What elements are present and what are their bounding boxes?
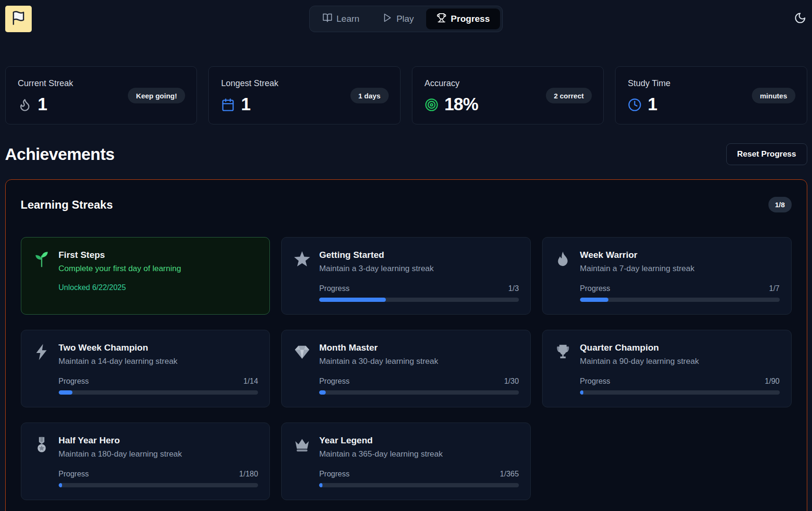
app-logo[interactable] — [5, 6, 32, 32]
achievement-description: Maintain a 3-day learning streak — [319, 264, 519, 273]
achievement-description: Maintain a 30-day learning streak — [319, 357, 519, 366]
achievement-card: Half Year Hero Maintain a 180-day learni… — [21, 423, 270, 500]
stat-card: Accuracy 18% 2 correct — [412, 66, 604, 124]
achievement-description: Maintain a 365-day learning streak — [319, 449, 519, 459]
progress-fraction: 1/14 — [243, 377, 258, 386]
star-icon — [293, 250, 311, 268]
achievement-description: Maintain a 90-day learning streak — [580, 357, 780, 366]
progress-label: Progress — [59, 470, 89, 478]
stat-card: Study Time 1 minutes — [615, 66, 807, 124]
section-count-badge: 1/8 — [768, 197, 792, 212]
progress-fraction: 1/7 — [769, 284, 779, 293]
stat-label: Study Time — [628, 79, 794, 88]
stats-row: Current Streak 1 Keep going! Longest Str… — [5, 66, 807, 124]
achievement-card: Quarter Champion Maintain a 90-day learn… — [542, 330, 792, 407]
stat-value: 1 — [241, 95, 250, 115]
stat-badge: 2 correct — [546, 88, 592, 103]
flame-outline-icon — [18, 98, 32, 112]
crown-icon — [293, 436, 311, 454]
stat-label: Longest Streak — [221, 79, 388, 88]
progress-bar-fill — [59, 483, 62, 487]
section-title: Learning Streaks — [21, 198, 113, 211]
tab-label: Progress — [451, 14, 490, 24]
achievement-title: Two Week Champion — [59, 343, 259, 353]
achievement-title: Month Master — [319, 343, 519, 353]
trophy-icon — [437, 13, 446, 25]
stat-badge: minutes — [752, 88, 795, 103]
seedling-icon — [33, 250, 51, 268]
progress-label: Progress — [319, 470, 349, 478]
progress-label: Progress — [319, 284, 349, 293]
progress-bar — [580, 298, 780, 302]
progress-bar-fill — [580, 390, 583, 395]
clock-icon — [628, 98, 642, 112]
progress-bar-fill — [580, 298, 608, 302]
tab-label: Play — [396, 14, 414, 24]
achievement-card: Two Week Champion Maintain a 14-day lear… — [21, 330, 270, 407]
achievement-title: Week Warrior — [580, 250, 780, 260]
achievements-header: Achievements Reset Progress — [5, 143, 807, 165]
page-title: Achievements — [5, 145, 115, 164]
achievement-description: Maintain a 180-day learning streak — [59, 449, 259, 459]
tab-label: Learn — [337, 14, 360, 24]
achievement-title: Getting Started — [319, 250, 519, 260]
achievement-title: Half Year Hero — [59, 435, 259, 446]
progress-bar — [319, 390, 519, 395]
achievement-card: Getting Started Maintain a 3-day learnin… — [281, 237, 531, 315]
flag-icon — [11, 10, 26, 27]
tab-progress[interactable]: Progress — [426, 9, 500, 29]
stat-value: 18% — [445, 95, 478, 115]
progress-fraction: 1/3 — [509, 284, 519, 293]
stat-value: 1 — [38, 95, 47, 115]
progress-label: Progress — [319, 377, 349, 386]
tab-play[interactable]: Play — [372, 9, 424, 29]
flame-solid-icon — [554, 250, 572, 268]
progress-label: Progress — [59, 377, 89, 386]
main-nav-tabs: Learn Play Progress — [309, 6, 503, 32]
progress-bar — [319, 483, 519, 487]
app-root: Learn Play Progress Current Streak 1 Kee… — [5, 0, 807, 511]
tab-learn[interactable]: Learn — [312, 9, 370, 29]
achievement-unlocked-date: Unlocked 6/22/2025 — [59, 283, 259, 292]
top-navigation-bar: Learn Play Progress — [5, 0, 807, 37]
target-icon — [425, 98, 438, 112]
achievement-description: Maintain a 7-day learning streak — [580, 264, 780, 273]
progress-fraction: 1/90 — [765, 377, 779, 386]
stat-card: Current Streak 1 Keep going! — [5, 66, 197, 124]
reset-progress-button[interactable]: Reset Progress — [726, 143, 807, 165]
progress-bar — [580, 390, 780, 395]
achievements-grid: First Steps Complete your first day of l… — [21, 237, 792, 500]
theme-toggle-button[interactable] — [793, 12, 807, 26]
stat-label: Accuracy — [425, 79, 591, 88]
gem-icon — [293, 343, 311, 361]
progress-fraction: 1/30 — [504, 377, 519, 386]
achievement-title: Year Legend — [319, 435, 519, 446]
stat-badge: 1 days — [350, 88, 389, 103]
book-open-icon — [322, 13, 332, 25]
progress-label: Progress — [580, 284, 610, 293]
achievement-title: Quarter Champion — [580, 343, 780, 353]
play-icon — [382, 13, 392, 25]
trophy-solid-icon — [554, 343, 572, 361]
stat-badge: Keep going! — [128, 88, 185, 103]
achievement-description: Maintain a 14-day learning streak — [59, 357, 259, 366]
progress-fraction: 1/180 — [239, 470, 258, 478]
achievement-card: Year Legend Maintain a 365-day learning … — [281, 423, 531, 500]
calendar-icon — [221, 98, 235, 112]
progress-label: Progress — [580, 377, 610, 386]
achievement-card: Week Warrior Maintain a 7-day learning s… — [542, 237, 792, 315]
moon-icon — [794, 12, 806, 26]
progress-bar-fill — [319, 483, 322, 487]
progress-bar-fill — [319, 298, 385, 302]
achievement-description: Complete your first day of learning — [59, 264, 259, 273]
learning-streaks-section: Learning Streaks 1/8 First Steps Complet… — [5, 179, 807, 511]
achievement-card: First Steps Complete your first day of l… — [21, 237, 270, 315]
progress-fraction: 1/365 — [500, 470, 519, 478]
progress-bar — [59, 483, 259, 487]
achievement-title: First Steps — [59, 250, 259, 260]
stat-card: Longest Streak 1 1 days — [208, 66, 401, 124]
stat-label: Current Streak — [18, 79, 185, 88]
achievement-card: Month Master Maintain a 30-day learning … — [281, 330, 531, 407]
progress-bar-fill — [319, 390, 326, 395]
progress-bar — [319, 298, 519, 302]
